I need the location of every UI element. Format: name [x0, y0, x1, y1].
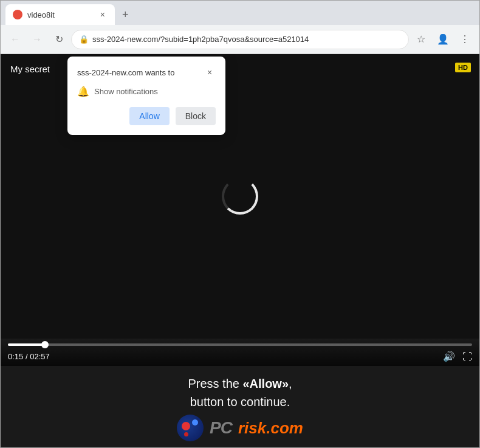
- bookmark-icon: ☆: [417, 33, 425, 45]
- popup-buttons: Allow Block: [77, 107, 216, 125]
- forward-button[interactable]: →: [27, 30, 47, 49]
- profile-icon: 👤: [437, 33, 449, 45]
- browser-window: video8it × + ← → ↻ 🔒 sss-2024-new.com/?s…: [0, 0, 480, 448]
- risk-text-logo: risk.com: [238, 419, 303, 438]
- refresh-button[interactable]: ↻: [49, 30, 69, 49]
- tab-bar: video8it × +: [1, 1, 479, 25]
- menu-icon: ⋮: [460, 33, 470, 45]
- current-time: 0:15: [8, 352, 23, 361]
- profile-button[interactable]: 👤: [433, 30, 453, 49]
- pcrisk-logo-icon: [177, 415, 204, 441]
- notification-popup: sss-2024-new.com wants to × 🔔 Show notif…: [67, 57, 225, 135]
- popup-header: sss-2024-new.com wants to ×: [77, 66, 216, 78]
- refresh-icon: ↻: [55, 33, 63, 45]
- block-button[interactable]: Block: [176, 107, 216, 125]
- popup-close-button[interactable]: ×: [204, 66, 216, 78]
- total-time: 02:57: [30, 352, 50, 361]
- banner-text: Press the «Allow», button to continue.: [1, 374, 479, 411]
- right-controls: 🔊 ⛶: [443, 351, 472, 362]
- progress-bar[interactable]: [8, 343, 472, 346]
- lock-icon: 🔒: [79, 35, 89, 44]
- controls-row: 0:15 / 02:57 🔊 ⛶: [8, 351, 472, 362]
- back-button[interactable]: ←: [5, 30, 25, 49]
- video-controls: 0:15 / 02:57 🔊 ⛶: [1, 339, 479, 366]
- menu-button[interactable]: ⋮: [455, 30, 475, 49]
- tab-title: video8it: [27, 10, 93, 19]
- notification-row: 🔔 Show notifications: [77, 86, 216, 97]
- banner-line2: button to continue.: [190, 395, 290, 408]
- volume-button[interactable]: 🔊: [443, 351, 455, 362]
- logo-dot-red: [182, 422, 190, 430]
- url-text: sss-2024-new.com/?subid=1ph2pba7qvosa&so…: [92, 35, 401, 44]
- nav-bar: ← → ↻ 🔒 sss-2024-new.com/?subid=1ph2pba7…: [1, 25, 479, 54]
- back-icon: ←: [10, 34, 20, 45]
- banner-highlight: «Allow»: [242, 377, 289, 390]
- new-tab-button[interactable]: +: [117, 7, 134, 22]
- loading-spinner: [222, 178, 258, 215]
- logo-dot-small: [184, 432, 188, 436]
- tab-close-button[interactable]: ×: [98, 9, 108, 21]
- bottom-banner: Press the «Allow», button to continue. P…: [1, 366, 479, 447]
- active-tab[interactable]: video8it ×: [5, 4, 115, 25]
- forward-icon: →: [32, 34, 42, 45]
- progress-thumb: [41, 341, 49, 348]
- pc-text-logo: PC: [210, 418, 232, 438]
- banner-line1-prefix: Press the: [188, 377, 242, 390]
- video-title: My secret: [10, 64, 50, 74]
- fullscreen-button[interactable]: ⛶: [462, 351, 472, 362]
- content-area: sss-2024-new.com wants to × 🔔 Show notif…: [1, 54, 479, 447]
- time-display: 0:15 / 02:57: [8, 352, 50, 361]
- allow-button[interactable]: Allow: [129, 107, 169, 125]
- notification-label: Show notifications: [94, 87, 158, 96]
- progress-fill: [8, 343, 45, 346]
- logo-dot-blue: [192, 419, 198, 426]
- address-bar[interactable]: 🔒 sss-2024-new.com/?subid=1ph2pba7qvosa&…: [71, 30, 409, 49]
- bell-icon: 🔔: [77, 86, 89, 97]
- banner-logo-row: PC risk.com: [1, 415, 479, 441]
- tab-favicon: [13, 10, 22, 19]
- popup-title: sss-2024-new.com wants to: [77, 68, 174, 77]
- hd-badge: HD: [455, 63, 471, 72]
- bookmark-button[interactable]: ☆: [411, 30, 431, 49]
- banner-line1-end: ,: [289, 377, 292, 390]
